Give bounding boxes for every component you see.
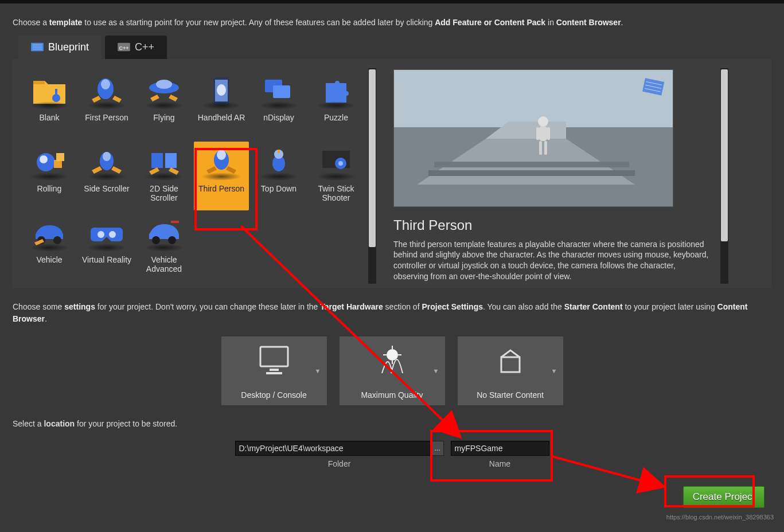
svg-point-32	[338, 161, 343, 166]
browse-button[interactable]: ...	[431, 441, 444, 456]
setting-starter-content[interactable]: No Starter Content ▼	[458, 337, 563, 405]
pawn-third-icon	[201, 144, 242, 181]
monitor-icon	[257, 345, 291, 377]
template-puzzle[interactable]: Puzzle	[309, 71, 364, 139]
name-input[interactable]	[451, 441, 549, 456]
svg-rect-17	[273, 85, 290, 98]
svg-rect-25	[165, 153, 177, 168]
settings-row: Desktop / Console ▼ Maximum Quality ▼ No…	[10, 337, 774, 405]
svg-rect-45	[434, 162, 629, 167]
svg-text:C++: C++	[119, 45, 129, 51]
template-label: Vehicle Advanced	[136, 255, 192, 273]
folder-input[interactable]	[235, 441, 431, 456]
tab-cpp-label: C++	[135, 41, 154, 53]
svg-rect-57	[270, 369, 279, 371]
svg-point-7	[52, 94, 60, 102]
ufo-icon	[143, 73, 185, 109]
template-tabs: Blueprint C++ C++	[18, 36, 774, 59]
watermark: https://blog.csdn.net/weixin_38298363	[666, 514, 774, 521]
chevron-down-icon: ▼	[433, 367, 439, 374]
template-twin-stick[interactable]: Twin Stick Shooter	[309, 142, 364, 210]
svg-rect-24	[151, 153, 163, 168]
setting-quality[interactable]: Maximum Quality ▼	[340, 337, 445, 405]
chevron-down-icon: ▼	[315, 367, 321, 374]
svg-rect-64	[501, 357, 520, 372]
svg-point-35	[97, 231, 104, 238]
setting-hardware[interactable]: Desktop / Console ▼	[221, 337, 327, 405]
quality-icon	[375, 345, 409, 377]
phone-ar-icon	[201, 73, 242, 109]
svg-point-34	[53, 236, 61, 244]
svg-point-46	[538, 116, 548, 127]
car-adv-icon	[143, 215, 185, 252]
svg-point-36	[109, 231, 116, 238]
template-ndisplay[interactable]: nDisplay	[251, 71, 306, 139]
svg-point-38	[168, 236, 176, 244]
svg-rect-39	[171, 221, 179, 223]
template-label: Puzzle	[324, 113, 348, 122]
template-rolling[interactable]: Rolling	[22, 142, 77, 210]
ship-icon	[315, 144, 357, 181]
template-label: First Person	[85, 113, 128, 122]
displays-icon	[258, 73, 299, 109]
template-label: Top Down	[261, 184, 297, 193]
ball-icon	[29, 144, 70, 181]
preview-scrollbar[interactable]	[720, 68, 728, 284]
template-third-person[interactable]: Third Person	[194, 142, 249, 210]
template-scrollbar[interactable]	[368, 68, 376, 284]
template-side-scroller[interactable]: Side Scroller	[79, 142, 134, 210]
template-vehicle[interactable]: Vehicle	[22, 213, 77, 281]
svg-rect-48	[536, 127, 539, 140]
svg-rect-40	[394, 70, 673, 127]
svg-point-12	[156, 80, 172, 89]
setting-label: No Starter Content	[477, 390, 544, 400]
pawn-top-icon	[258, 144, 299, 181]
location-row: ... Folder Name	[10, 441, 774, 468]
svg-rect-20	[54, 160, 62, 168]
tab-blueprint[interactable]: Blueprint	[18, 36, 102, 59]
template-vr[interactable]: Virtual Reality	[79, 213, 134, 281]
template-top-down[interactable]: Top Down	[251, 142, 306, 210]
svg-rect-44	[428, 170, 635, 176]
setting-label: Desktop / Console	[241, 390, 306, 400]
svg-rect-58	[266, 372, 282, 374]
template-panel: Blank First Person Flying Handheld AR nD…	[13, 59, 771, 288]
setting-label: Maximum Quality	[361, 390, 423, 400]
template-label: Rolling	[37, 184, 62, 193]
svg-point-27	[217, 150, 226, 160]
intro-text: Choose a template to use as a starting p…	[13, 17, 774, 29]
template-label: Twin Stick Shooter	[309, 184, 364, 202]
svg-point-10	[101, 79, 110, 89]
name-label: Name	[489, 459, 510, 468]
template-label: Side Scroller	[84, 184, 129, 193]
preview-description: The third person template features a pla…	[393, 239, 710, 283]
tab-blueprint-label: Blueprint	[48, 41, 89, 53]
svg-rect-49	[547, 127, 550, 140]
template-grid: Blank First Person Flying Handheld AR nD…	[19, 68, 366, 284]
vr-headset-icon	[86, 215, 127, 252]
svg-point-15	[217, 84, 226, 96]
tab-cpp[interactable]: C++ C++	[105, 36, 167, 59]
svg-point-19	[40, 155, 48, 163]
cpp-icon: C++	[118, 42, 130, 52]
create-project-button[interactable]: Create Project	[683, 486, 765, 508]
svg-rect-56	[260, 347, 288, 366]
template-handheld-ar[interactable]: Handheld AR	[194, 71, 249, 139]
preview-image	[393, 69, 673, 207]
template-2d-side-scroller[interactable]: 2D Side Scroller	[136, 142, 192, 210]
svg-point-59	[387, 349, 398, 361]
template-label: Third Person	[198, 184, 244, 193]
svg-rect-51	[544, 141, 547, 155]
puzzle-icon	[315, 73, 357, 109]
pawn-2d-icon	[143, 144, 185, 181]
template-flying[interactable]: Flying	[136, 71, 192, 139]
box-open-icon	[493, 345, 528, 377]
template-vehicle-advanced[interactable]: Vehicle Advanced	[136, 213, 192, 281]
template-first-person[interactable]: First Person	[79, 71, 134, 139]
svg-rect-6	[33, 81, 45, 84]
svg-rect-50	[539, 141, 542, 155]
template-label: Blank	[39, 113, 59, 122]
template-blank[interactable]: Blank	[22, 71, 77, 139]
svg-point-23	[103, 152, 111, 161]
pawn-gun-icon	[86, 73, 127, 109]
